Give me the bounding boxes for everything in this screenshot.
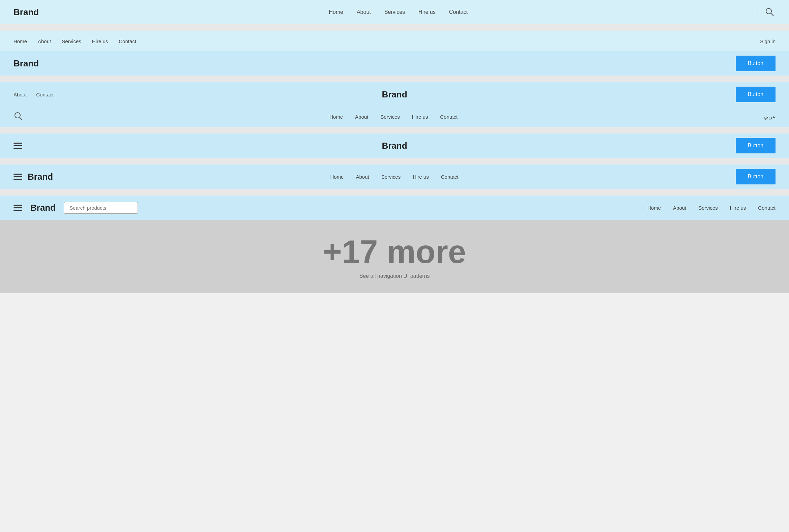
svg-line-3 — [20, 117, 23, 120]
search-icon — [765, 7, 774, 17]
nav7-button[interactable]: Button — [736, 169, 775, 185]
nav2-home[interactable]: Home — [14, 38, 27, 44]
hamburger-line-1 — [14, 174, 22, 175]
nav5-arabic[interactable]: عربي — [764, 114, 775, 120]
navbar-7: Brand Home About Services Hire us Contac… — [0, 165, 789, 189]
nav5-hire[interactable]: Hire us — [412, 114, 428, 120]
nav8-links: Home About Services Hire us Contact — [647, 205, 775, 211]
navbar-4: About Contact Brand Button — [0, 82, 789, 107]
svg-line-1 — [771, 13, 774, 16]
nav5-search-button[interactable] — [14, 111, 23, 122]
nav8-about[interactable]: About — [673, 205, 686, 211]
search-icon-5 — [14, 111, 23, 121]
navbar-4-wrapper: About Contact Brand Button — [0, 82, 789, 107]
nav1-divider — [758, 7, 758, 17]
nav4-left-links: About Contact — [14, 92, 54, 97]
hamburger-line-3 — [14, 179, 22, 180]
gap-5 — [0, 189, 789, 195]
nav2-signin[interactable]: Sign in — [760, 38, 775, 44]
nav5-contact[interactable]: Contact — [440, 114, 457, 120]
nav6-button[interactable]: Button — [736, 138, 775, 153]
nav2-services[interactable]: Services — [62, 38, 81, 44]
navbar-1: Brand Home About Services Hire us Contac… — [0, 0, 789, 24]
nav1-home[interactable]: Home — [329, 9, 343, 15]
hamburger-line-2 — [14, 176, 22, 177]
nav5-home[interactable]: Home — [330, 114, 343, 120]
nav7-contact[interactable]: Contact — [441, 174, 458, 180]
search-input[interactable] — [64, 202, 138, 214]
nav5-services[interactable]: Services — [380, 114, 400, 120]
nav4-about[interactable]: About — [14, 92, 26, 97]
nav1-search-button[interactable] — [763, 6, 775, 19]
nav8-brand: Brand — [30, 203, 56, 213]
nav8-hamburger[interactable] — [14, 205, 22, 211]
svg-point-2 — [15, 113, 20, 118]
nav6-hamburger[interactable] — [14, 142, 22, 149]
nav1-hire[interactable]: Hire us — [418, 9, 436, 15]
navbar-5: Home About Services Hire us Contact عربي — [0, 107, 789, 127]
nav3-button[interactable]: Button — [736, 56, 775, 71]
gap-4 — [0, 158, 789, 165]
nav1-about[interactable]: About — [357, 9, 371, 15]
nav8-services[interactable]: Services — [698, 205, 718, 211]
nav1-brand: Brand — [14, 7, 39, 18]
nav4-right: Button — [736, 87, 775, 102]
nav1-services[interactable]: Services — [384, 9, 405, 15]
navbar-6: Brand Button — [0, 133, 789, 158]
nav2-links: Home About Services Hire us Contact — [14, 38, 136, 44]
nav4-brand: Brand — [382, 89, 407, 100]
navbar-3: Brand Button — [0, 51, 789, 76]
hamburger-line-1 — [14, 142, 22, 144]
navbar-8: Brand Home About Services Hire us Contac… — [0, 195, 789, 220]
nav8-hire[interactable]: Hire us — [730, 205, 746, 211]
gap-3 — [0, 127, 789, 133]
gap-2 — [0, 76, 789, 82]
more-overlay: +17 more See all navigation UI patterns — [0, 220, 789, 292]
gap-1 — [0, 24, 789, 31]
nav7-services[interactable]: Services — [381, 174, 401, 180]
nav7-links: Home About Services Hire us Contact — [330, 174, 458, 180]
nav7-hamburger[interactable] — [14, 174, 22, 180]
hamburger-line-3 — [14, 148, 22, 149]
nav1-links: Home About Services Hire us Contact — [329, 9, 468, 15]
nav4-contact[interactable]: Contact — [36, 92, 54, 97]
nav5-about[interactable]: About — [355, 114, 368, 120]
nav8-home[interactable]: Home — [647, 205, 661, 211]
more-count[interactable]: +17 more — [0, 233, 789, 270]
nav8-contact[interactable]: Contact — [758, 205, 775, 211]
hamburger-line-2 — [14, 145, 22, 146]
nav6-brand: Brand — [382, 140, 407, 151]
svg-point-0 — [766, 8, 771, 14]
hamburger-line-3 — [14, 210, 22, 211]
nav2-about[interactable]: About — [38, 38, 51, 44]
nav4-button[interactable]: Button — [736, 87, 775, 102]
nav1-contact[interactable]: Contact — [449, 9, 468, 15]
navbar-2: Home About Services Hire us Contact Sign… — [0, 31, 789, 51]
nav3-brand: Brand — [14, 58, 39, 69]
nav7-hire[interactable]: Hire us — [413, 174, 429, 180]
nav1-right — [758, 6, 775, 19]
nav7-home[interactable]: Home — [330, 174, 343, 180]
nav2-hire[interactable]: Hire us — [92, 38, 108, 44]
hamburger-line-1 — [14, 205, 22, 206]
nav5-links: Home About Services Hire us Contact — [330, 114, 457, 120]
nav7-left: Brand — [14, 172, 53, 182]
nav7-brand: Brand — [27, 172, 53, 182]
nav2-contact[interactable]: Contact — [119, 38, 136, 44]
more-subtitle: See all navigation UI patterns — [0, 273, 789, 286]
hamburger-line-2 — [14, 207, 22, 208]
nav7-about[interactable]: About — [356, 174, 369, 180]
